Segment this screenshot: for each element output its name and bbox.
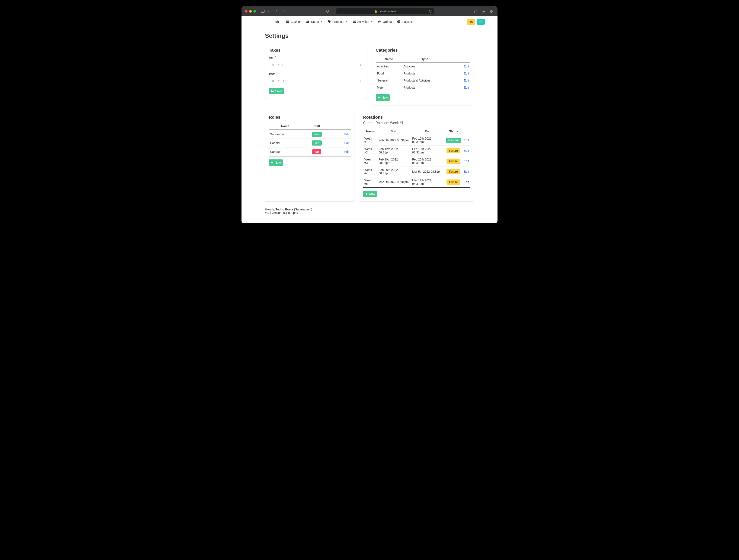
back-button[interactable] (275, 9, 278, 14)
forward-button (282, 9, 286, 14)
svg-rect-8 (286, 21, 289, 21)
table-row: Week #4Feb 26th 2022 08:31pmMar 5th 2022… (363, 166, 470, 177)
edit-link[interactable]: Edit (464, 170, 469, 173)
status-badge: Future (447, 159, 460, 164)
edit-link[interactable]: Edit (464, 149, 469, 152)
edit-link[interactable]: Edit (344, 133, 349, 136)
col-name: Name (376, 56, 402, 63)
save-label: Save (275, 90, 282, 93)
settings-button[interactable] (467, 19, 475, 25)
status-badge: No (312, 149, 321, 154)
rotations-subtitle: Current Rotation: Week #1 (363, 121, 470, 125)
nav-users[interactable]: Users ▼ (303, 20, 325, 23)
edit-link[interactable]: Edit (344, 150, 349, 153)
cell-start: Feb 19th 2022 08:31pm (377, 156, 411, 166)
footer-role: (Superadmin) (293, 207, 312, 211)
address-bar[interactable]: 🔒 tabreborn.test (336, 8, 434, 14)
logout-button[interactable] (477, 19, 485, 25)
nav-orders[interactable]: Orders (376, 20, 395, 23)
cell-name: Camper (269, 147, 302, 156)
minimize-icon[interactable] (249, 10, 252, 13)
chevron-down-icon[interactable] (266, 10, 270, 13)
pst-input-wrap: ▴▾ (269, 77, 363, 85)
footer-app: tab (265, 211, 269, 215)
tabs-icon[interactable] (489, 9, 494, 14)
categories-card: Categories Name Type ActivitiesActivitie… (372, 44, 474, 105)
table-row: SuperadminYesEdit (269, 130, 351, 139)
edit-link[interactable]: Edit (464, 72, 469, 75)
save-button[interactable]: Save (269, 88, 284, 94)
new-label: New (369, 192, 375, 195)
brand[interactable]: tab (275, 20, 279, 23)
shield-icon[interactable] (325, 9, 330, 14)
nav-products[interactable]: Products ▼ (325, 20, 350, 23)
table-row: ActivitiesActivitiesEdit (376, 63, 470, 70)
close-icon[interactable] (245, 10, 248, 13)
url-text: tabreborn.test (379, 10, 396, 13)
edit-link[interactable]: Edit (344, 141, 349, 145)
fullscreen-icon[interactable] (254, 10, 256, 13)
new-tab-icon[interactable] (481, 9, 486, 14)
edit-link[interactable]: Edit (464, 159, 469, 163)
logout-icon (479, 20, 482, 23)
edit-link[interactable]: Edit (464, 65, 469, 68)
col-staff: Staff (302, 123, 332, 130)
roles-card: Roles Name Staff SuperadminYesEditCashie… (265, 111, 354, 201)
cell-status: Future (445, 146, 462, 156)
gst-input[interactable] (277, 61, 363, 69)
svg-point-20 (272, 64, 272, 65)
gear-icon (469, 20, 473, 23)
lock-icon: 🔒 (375, 10, 378, 13)
stepper-icon[interactable]: ▴▾ (360, 80, 361, 83)
col-status: Status (445, 128, 462, 135)
cell-name: Cashier (269, 139, 302, 147)
cell-status: Present (445, 135, 462, 146)
status-badge: Future (447, 169, 460, 174)
new-rotation-button[interactable]: New (363, 190, 377, 197)
svg-rect-15 (355, 20, 355, 21)
svg-rect-7 (286, 20, 289, 23)
cell-name: Merch (376, 84, 402, 91)
cell-end: Feb 19th 2022 08:31pm (411, 146, 445, 156)
sidebar-toggle-icon[interactable] (260, 9, 265, 14)
cell-name: Food (376, 70, 402, 77)
status-badge: Yes (312, 132, 322, 137)
edit-link[interactable]: Edit (464, 139, 469, 142)
cell-start: Feb 26th 2022 08:31pm (377, 166, 411, 177)
share-icon[interactable] (473, 9, 478, 14)
col-start: Start (377, 128, 411, 135)
nav-activities[interactable]: Activities ▼ (350, 20, 376, 23)
edit-link[interactable]: Edit (464, 79, 469, 82)
svg-rect-14 (354, 20, 354, 21)
cell-staff: Yes (302, 139, 332, 147)
new-role-button[interactable]: New (269, 159, 283, 166)
svg-rect-12 (353, 20, 356, 23)
nav-cashier[interactable]: Cashier (283, 20, 303, 23)
app-window: 🔒 tabreborn.test tab (242, 6, 497, 223)
table-row: GeneralProducts & ActivitiesEdit (376, 77, 470, 84)
cashier-icon (286, 20, 289, 23)
edit-link[interactable]: Edit (464, 86, 469, 89)
new-category-button[interactable]: New (376, 94, 390, 101)
edit-link[interactable]: Edit (464, 180, 469, 184)
nav-products-label: Products (332, 20, 344, 23)
nav-users-label: Users (311, 20, 319, 23)
pst-label: PST* (269, 72, 363, 76)
table-row: FoodProductsEdit (376, 70, 470, 77)
pst-input[interactable] (277, 77, 363, 85)
stepper-icon[interactable]: ▴▾ (360, 63, 361, 66)
table-row: Week #1Feb 5th 2022 08:31pmFeb 12th 2022… (363, 135, 470, 146)
svg-line-22 (272, 64, 274, 66)
cell-start: Feb 12th 2022 08:31pm (377, 146, 411, 156)
footer-version-label: | Version: (269, 211, 283, 215)
svg-rect-13 (353, 21, 356, 21)
save-icon (271, 90, 274, 93)
categories-table: Name Type ActivitiesActivitiesEditFoodPr… (376, 56, 470, 91)
nav-statistics[interactable]: Statistics (395, 20, 416, 23)
table-row: Week #3Feb 19th 2022 08:31pmFeb 26th 202… (363, 156, 470, 166)
cell-name: Superadmin (269, 130, 302, 139)
svg-point-10 (308, 20, 309, 22)
reload-icon[interactable] (429, 10, 432, 13)
cell-status: Future (445, 166, 462, 177)
cell-start: Mar 5th 2022 08:31pm (377, 177, 411, 187)
